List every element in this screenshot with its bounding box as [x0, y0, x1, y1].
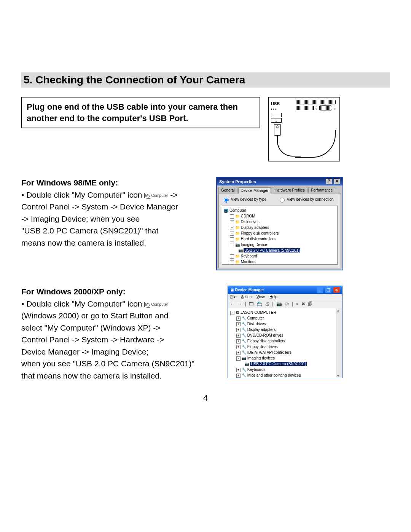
win98-line4: "USB 2.0 PC Camera (SN9C201)" that: [21, 226, 158, 235]
usb-connection-diagram: USB •⊶ ↓ ▫▫ ⎙ ○ ○: [268, 97, 340, 161]
toolbar-icon[interactable]: ≈: [296, 301, 299, 307]
win98-line2: Control Panel -> System -> Device Manage…: [21, 202, 178, 211]
tree-item[interactable]: +🔧 IDE ATA/ATAPI controllers: [236, 350, 340, 355]
usb-label: USB: [271, 101, 280, 106]
tab-device-manager[interactable]: Device Manager: [238, 187, 271, 193]
menu-action[interactable]: Action: [241, 295, 252, 299]
tree-item[interactable]: +🔧 Floppy disk controllers: [236, 338, 340, 344]
tree-item[interactable]: +🔧 Disk drives: [236, 321, 340, 327]
win98-heading: For Windows 98/ME only:: [21, 178, 118, 187]
winxp-titlebar: 🖥 Device Manager _ ☐ ×: [228, 286, 342, 294]
tree-item[interactable]: +📁 Display adapters: [230, 225, 336, 230]
scrollbar[interactable]: [336, 308, 342, 378]
intro-instruction: Plug one end of the USB cable into your …: [21, 97, 260, 128]
tree-item[interactable]: +🔧 Display adapters: [236, 327, 340, 332]
toolbar-icon[interactable]: 📷: [276, 301, 282, 307]
page-number: 4: [21, 393, 390, 403]
my-computer-icon: My Computer: [144, 193, 168, 198]
win98-titlebar: System Properties ? ×: [217, 177, 342, 185]
winxp-line3: select "My Computer" (Windows XP) ->: [21, 323, 161, 332]
tree-item-imaging[interactable]: -📷 Imaging devices 📷 USB 2.0 PC Camera (…: [236, 355, 340, 367]
winxp-device-tree[interactable]: -🖥 JASON-COMPUTER +🔧 Computer+🔧 Disk dri…: [228, 308, 342, 378]
tree-item[interactable]: +📁 Disk drives: [230, 219, 336, 225]
radio-view-by-connection[interactable]: View devices by connection: [278, 197, 333, 203]
tree-item[interactable]: +🔧 Computer: [236, 315, 340, 321]
win98-instructions: For Windows 98/ME only: • Double click "…: [21, 177, 204, 249]
tab-general[interactable]: General: [218, 187, 237, 193]
winxp-line7: that means now the camera is installed.: [21, 371, 162, 380]
section-title: 5. Checking the Connection of Your Camer…: [21, 72, 390, 88]
minimize-button[interactable]: _: [317, 287, 323, 293]
usb-cable-icon: [295, 130, 336, 158]
usb-slots-icon: [271, 113, 337, 123]
winxp-heading: For Windows 2000/XP only:: [21, 287, 126, 296]
win98-line3: -> Imaging Device; when you see: [21, 214, 140, 223]
menu-file[interactable]: File: [230, 295, 236, 299]
tree-item[interactable]: +📁 Monitors: [230, 259, 336, 265]
tree-root[interactable]: 🖥Computer +📁 CDROM+📁 Disk drives+📁 Displ…: [224, 208, 336, 265]
tree-item-camera[interactable]: 📷 USB 2.0 PC Camera (SN9C201): [242, 361, 340, 367]
winxp-menubar: File Action View Help: [228, 294, 342, 300]
usb-cable-icon-2: [277, 135, 301, 157]
menu-view[interactable]: View: [256, 295, 265, 299]
tree-item[interactable]: +🔧 Keyboards: [236, 367, 340, 372]
device-manager-window: 🖥 Device Manager _ ☐ × File Action View …: [228, 286, 342, 378]
usb-plug-icon: ⎙: [274, 124, 281, 136]
tree-item[interactable]: +🔧 Mice and other pointing devices: [236, 372, 340, 378]
win98-line1-pre: • Double click "My Computer" icon: [21, 190, 144, 199]
tab-performance[interactable]: Performance: [308, 187, 335, 193]
tree-item[interactable]: +🔧 Floppy disk drives: [236, 344, 340, 350]
toolbar-icon[interactable]: 🗐: [308, 301, 312, 307]
tree-item[interactable]: +📁 CDROM: [230, 213, 336, 219]
toolbar-icon[interactable]: ✖: [301, 301, 305, 307]
win98-line1-post: ->: [170, 190, 177, 199]
menu-help[interactable]: Help: [269, 295, 277, 299]
toolbar-icon[interactable]: 🗂: [285, 301, 289, 307]
back-icon[interactable]: ←: [230, 301, 235, 307]
win98-tabs: General Device Manager Hardware Profiles…: [217, 185, 342, 193]
tree-item-imaging[interactable]: -📷 Imaging Device 📷 USB 2.0 PC Camera (S…: [230, 242, 336, 253]
tree-item[interactable]: +📁 Hard disk controllers: [230, 236, 336, 242]
winxp-window-title: Device Manager: [235, 288, 264, 292]
toolbar-icon[interactable]: 🖨: [265, 301, 269, 307]
winxp-line2: (Windows 2000) or go to Start Button and: [21, 311, 168, 320]
winxp-line4: Control Panel -> System -> Hardware ->: [21, 335, 164, 344]
close-button[interactable]: ×: [334, 179, 340, 184]
my-computer-icon: My Computer: [144, 302, 168, 307]
close-button[interactable]: ×: [333, 287, 340, 293]
winxp-toolbar: ← → | 🗔 📇 🖨 | 📷 🗂 | ≈ ✖ 🗐: [228, 300, 342, 308]
winxp-line5: Device Manager -> Imaging Device;: [21, 347, 148, 356]
winxp-line6: when you see "USB 2.0 PC Camera (SN9C201…: [21, 359, 194, 368]
tree-item[interactable]: +📁 Floppy disk controllers: [230, 230, 336, 236]
tree-item-camera[interactable]: 📷 USB 2.0 PC Camera (SN9C201): [236, 248, 336, 253]
pc-back-ports: ○ ○: [296, 100, 336, 112]
radio-view-by-type[interactable]: View devices by type: [222, 197, 266, 203]
tab-hardware-profiles[interactable]: Hardware Profiles: [272, 187, 307, 193]
win98-line5: means now the camera is installed.: [21, 238, 146, 247]
winxp-line1-pre: • Double click "My Computer" icon: [21, 299, 144, 308]
toolbar-icon[interactable]: 🗔: [249, 301, 253, 307]
tree-item[interactable]: +🔧 DVD/CD-ROM drives: [236, 332, 340, 338]
help-button[interactable]: ?: [326, 179, 332, 184]
win98-window-title: System Properties: [219, 179, 256, 184]
toolbar-icon[interactable]: 📇: [256, 301, 262, 307]
tree-root[interactable]: -🖥 JASON-COMPUTER +🔧 Computer+🔧 Disk dri…: [230, 310, 340, 378]
forward-icon[interactable]: →: [237, 301, 242, 307]
tree-item[interactable]: +📁 Keyboard: [230, 253, 336, 259]
plug-contacts-icon: ▫▫: [275, 120, 277, 123]
win98-device-tree[interactable]: 🖥Computer +📁 CDROM+📁 Disk drives+📁 Displ…: [222, 206, 338, 265]
device-manager-icon: 🖥: [230, 288, 235, 292]
system-properties-window: System Properties ? × General Device Man…: [216, 177, 343, 270]
winxp-instructions: For Windows 2000/XP only: • Double click…: [21, 286, 215, 382]
maximize-button[interactable]: ☐: [325, 287, 331, 293]
